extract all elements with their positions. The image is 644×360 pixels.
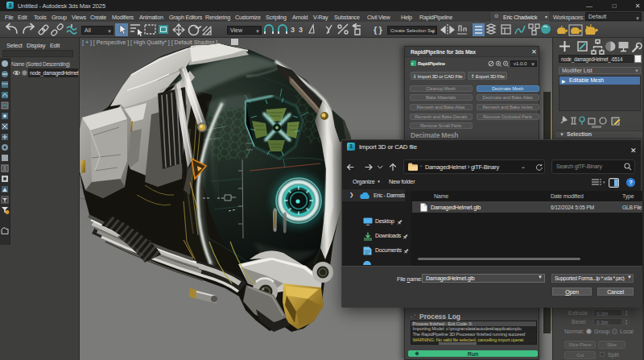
svg-text:{ }: { } (374, 25, 382, 35)
svg-text:3: 3 (299, 26, 303, 34)
svg-text:3: 3 (291, 26, 295, 34)
